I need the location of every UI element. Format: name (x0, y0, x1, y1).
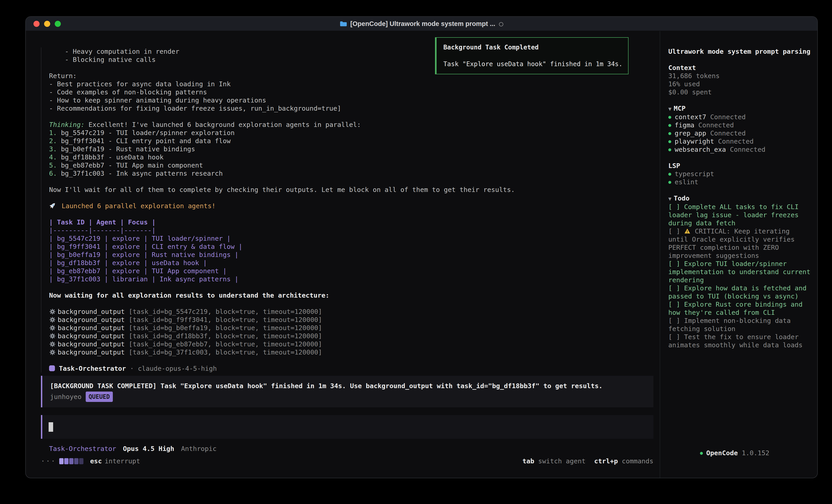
status-left: ···escinterrupt (41, 457, 140, 465)
connected-dot-icon (668, 148, 671, 151)
terminal-line: | bg_37f1c003 | librarian | Ink async pa… (49, 275, 660, 283)
lsp-server-name: typescript (675, 170, 714, 178)
minimize-button[interactable] (44, 21, 50, 27)
message-block: - Heavy computation in render - Blocking… (41, 48, 660, 372)
terminal-line (49, 356, 660, 364)
todo-item: [ ] Implement non-blocking data fetching… (668, 316, 811, 333)
terminal-line: 6. bg_37f1c003 - Ink async patterns rese… (49, 169, 660, 177)
notification-title: Background Task Completed (443, 43, 621, 52)
terminal-line: | bg_eb87ebb7 | explore | TUI App compon… (49, 267, 660, 275)
hint-ctrl+p: ctrl+p commands (594, 457, 653, 465)
context-lines: 31,686 tokens16% used$0.00 spent (668, 72, 811, 96)
mcp-server-status: Connected (706, 113, 746, 121)
hint-key: ctrl+p (594, 457, 618, 465)
mcp-section: ▼MCP context7 Connectedfigma Connectedgr… (668, 104, 811, 153)
todo-checkbox: [ ] (668, 203, 684, 211)
status-dot-icon (700, 452, 703, 455)
mcp-server-name: figma (675, 121, 694, 129)
terminal-line: Now waiting for all exploration results … (49, 291, 660, 300)
connected-dot-icon (668, 116, 671, 119)
rocket-icon (49, 202, 58, 210)
interrupt-label: interrupt (105, 457, 140, 465)
gear-icon (49, 324, 58, 332)
mcp-server-name: websearch_exa (675, 146, 726, 153)
todo-item: [ ] Explore how data is fetched and pass… (668, 284, 811, 300)
terminal-line (49, 112, 660, 120)
window-title-text: [OpenCode] Ultrawork mode system prompt … (350, 20, 495, 27)
lsp-item: typescript (668, 170, 811, 178)
todo-item: [ ] CRITICAL: Keep iterating until Oracl… (668, 227, 811, 260)
zoom-button[interactable] (55, 21, 61, 27)
task-author: junhoyeo (50, 393, 82, 400)
progress-block (59, 458, 63, 464)
mcp-heading[interactable]: ▼MCP (668, 104, 811, 113)
terminal-main-area[interactable]: - Heavy computation in render - Blocking… (26, 31, 660, 478)
todo-heading[interactable]: ▼Todo (668, 194, 811, 203)
progress-blocks (59, 457, 84, 465)
terminal-line: 1. bg_5547c219 - TUI loader/spinner expl… (49, 129, 660, 137)
lsp-item: eslint (668, 178, 811, 186)
window-titlebar[interactable]: [OpenCode] Ultrawork mode system prompt … (26, 17, 817, 31)
terminal-line: - Best practices for async data loading … (49, 80, 660, 88)
todo-item: [ ] Complete ALL tasks to fix CLI loader… (668, 203, 811, 227)
mcp-server-status: Connected (694, 121, 734, 129)
sidebar: Ultrawork mode system prompt parsing Con… (660, 31, 817, 478)
todo-heading-label: Todo (674, 194, 690, 202)
chevron-down-icon: ▼ (668, 106, 672, 112)
terminal-line: - Recommendations for fixing loader free… (49, 104, 660, 112)
connected-dot-icon (668, 173, 671, 176)
progress-block (79, 458, 83, 464)
terminal-line: 4. bg_df18bb3f - useData hook (49, 153, 660, 161)
lsp-list: typescripteslint (668, 170, 811, 186)
status-bar: ···escinterrupt tab switch agentctrl+p c… (41, 457, 653, 465)
lsp-heading: LSP (668, 162, 811, 170)
terminal-line (49, 210, 660, 218)
progress-block (69, 458, 74, 464)
terminal-line: background_output [task_id=bg_df18bb3f, … (49, 332, 660, 340)
todo-item: [ ] Test the fix to ensure loader animat… (668, 333, 811, 349)
terminal-line: | bg_5547c219 | explore | TUI loader/spi… (49, 234, 660, 243)
app-version: 1.0.152 (738, 449, 770, 457)
todo-checkbox: [ ] (668, 227, 684, 235)
terminal-line (49, 194, 660, 202)
hint-key: tab (522, 457, 534, 465)
mcp-server-status: Connected (726, 146, 765, 153)
mcp-item: websearch_exa Connected (668, 145, 811, 153)
context-section: Context 31,686 tokens16% used$0.00 spent (668, 64, 811, 96)
terminal-line: Launched 6 parallel exploration agents! (49, 202, 660, 210)
text-cursor (49, 422, 53, 432)
mcp-server-name: playwright (675, 138, 714, 145)
todo-checkbox: [ ] (668, 317, 684, 325)
lsp-server-name: eslint (675, 178, 698, 186)
hint-tab: tab switch agent (522, 457, 586, 465)
todo-checkbox: [ ] (668, 284, 684, 292)
terminal-line: - Code examples of non-blocking patterns (49, 88, 660, 96)
terminal-line: background_output [task_id=bg_f9ff3041, … (49, 316, 660, 324)
warning-icon (684, 227, 691, 235)
mcp-item: playwright Connected (668, 137, 811, 145)
connected-dot-icon (668, 181, 671, 184)
progress-block (64, 458, 69, 464)
terminal-line: | bg_b0effa19 | explore | Rust native bi… (49, 251, 660, 259)
context-line: 31,686 tokens (668, 72, 811, 80)
gear-icon (49, 308, 58, 315)
todo-list: [ ] Complete ALL tasks to fix CLI loader… (668, 203, 811, 349)
context-line: $0.00 spent (668, 88, 811, 96)
terminal-line: | Task ID | Agent | Focus | (49, 218, 660, 226)
spinner-dots: ··· (41, 457, 56, 465)
hint-label: switch agent (534, 457, 586, 465)
todo-section: ▼Todo [ ] Complete ALL tasks to fix CLI … (668, 194, 811, 349)
prompt-input[interactable] (41, 415, 653, 439)
close-button[interactable] (33, 21, 40, 27)
terminal-line: 5. bg_eb87ebb7 - TUI App main component (49, 161, 660, 169)
terminal-line: 2. bg_f9ff3041 - CLI entry point and dat… (49, 137, 660, 145)
terminal-line: |---------|-------|-------| (49, 226, 660, 234)
square-icon (49, 365, 55, 372)
folder-icon (340, 21, 347, 27)
queued-badge: QUEUED (86, 392, 113, 402)
terminal-line: 3. bg_b0effa19 - Rust native bindings (49, 145, 660, 153)
mcp-list: context7 Connectedfigma Connectedgrep_ap… (668, 113, 811, 153)
todo-item: [ ] Explore Rust core bindings and how t… (668, 300, 811, 316)
terminal-line (49, 283, 660, 291)
terminal-window: [OpenCode] Ultrawork mode system prompt … (25, 16, 818, 478)
